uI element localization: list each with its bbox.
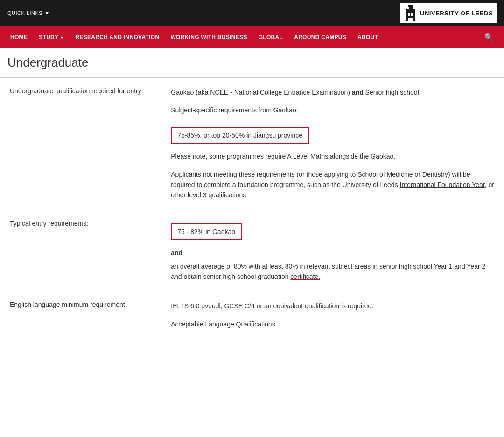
nav-about[interactable]: ABOUT: [352, 28, 384, 47]
table-row: Typical entry requirements: 75 - 82% in …: [0, 210, 504, 291]
quick-links-label: QUICK LINKS: [7, 10, 42, 16]
table-row: Undergraduate qualification required for…: [0, 78, 504, 210]
ielts-requirement: IELTS 6.0 overall, GCSE C/4 or an equiva…: [171, 301, 494, 311]
gaokao-percent-highlight-box: 75 - 82% in Gaokao: [171, 223, 242, 240]
nav-working-with-business[interactable]: WORKING WITH BUSINESS: [165, 28, 252, 47]
and-bold: and: [352, 89, 364, 96]
svg-rect-1: [409, 7, 413, 9]
gaokao-description: Gaokao (aka NCEE - National College Entr…: [171, 87, 494, 97]
graduation-cert-underline: certificate.: [290, 273, 320, 280]
svg-rect-5: [408, 18, 413, 21]
quick-links-arrow-icon: ▼: [44, 10, 49, 16]
nav-global[interactable]: GLOBAL: [253, 28, 288, 47]
row-label-english: English language minimum requirement:: [0, 291, 161, 339]
navigation-bar: HOME STUDY RESEARCH AND INNOVATION WORKI…: [0, 26, 504, 48]
svg-rect-0: [408, 5, 413, 7]
a-level-note: Please note, some programmes require A L…: [171, 151, 494, 161]
page-content: Undergraduate Undergraduate qualificatio…: [0, 48, 504, 339]
average-requirement: an overall average of 80% with at least …: [171, 261, 494, 282]
quick-links-button[interactable]: QUICK LINKS ▼: [7, 10, 50, 16]
university-logo[interactable]: UNIVERSITY OF LEEDS: [400, 3, 497, 23]
nav-research-innovation[interactable]: RESEARCH AND INNOVATION: [70, 28, 165, 47]
svg-rect-3: [408, 13, 410, 16]
acceptable-language-link-wrapper: Acceptable Language Qualifications.: [171, 319, 494, 329]
nav-home[interactable]: HOME: [5, 28, 33, 47]
top-bar: QUICK LINKS ▼ UNIVERSITY OF LEEDS: [0, 0, 504, 26]
applicants-note: Applicants not meeting these requirement…: [171, 169, 494, 201]
row-content-qualification: Gaokao (aka NCEE - National College Entr…: [161, 78, 504, 210]
row-label-qualification: Undergraduate qualification required for…: [0, 78, 161, 210]
page-title: Undergraduate: [0, 55, 504, 77]
nav-around-campus[interactable]: AROUND CAMPUS: [288, 28, 352, 47]
logo-building-icon: [404, 5, 417, 21]
and-separator: and: [171, 248, 494, 258]
acceptable-language-link[interactable]: Acceptable Language Qualifications.: [171, 320, 277, 328]
svg-rect-4: [411, 13, 413, 16]
jiangsu-highlight-box: 75-85%, or top 20-50% in Jiangsu provinc…: [171, 127, 309, 144]
row-label-typical: Typical entry requirements:: [0, 210, 161, 291]
international-foundation-year-link[interactable]: International Foundation Year: [400, 181, 485, 188]
table-row: English language minimum requirement: IE…: [0, 291, 504, 339]
requirements-table: Undergraduate qualification required for…: [0, 77, 504, 339]
row-content-english: IELTS 6.0 overall, GCSE C/4 or an equiva…: [161, 291, 504, 339]
logo-text: UNIVERSITY OF LEEDS: [420, 10, 493, 17]
subject-requirements-label: Subject-specific requirements from Gaoka…: [171, 105, 494, 115]
nav-study[interactable]: STUDY: [33, 28, 70, 47]
row-content-typical: 75 - 82% in Gaokao and an overall averag…: [161, 210, 504, 291]
search-icon[interactable]: 🔍: [479, 26, 499, 48]
